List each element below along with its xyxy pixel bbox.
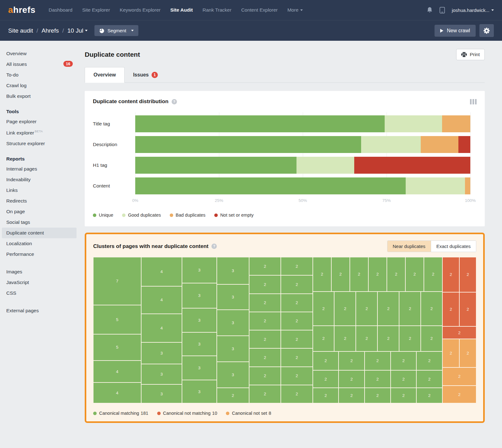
settings-button[interactable] [479, 24, 494, 37]
bar-segment-unique[interactable] [135, 177, 406, 194]
breadcrumb-item-ahrefs[interactable]: Ahrefs [42, 27, 59, 34]
treemap-cell-not_set[interactable]: 2 [442, 367, 476, 386]
bar-segment-not-set-or-empty[interactable] [458, 136, 470, 153]
treemap-cell-matching[interactable]: 3 [217, 362, 249, 388]
treemap-cell-not_set[interactable]: 2 [459, 339, 476, 367]
sidebar-item-performance[interactable]: Performance [2, 249, 77, 260]
treemap-cell-matching[interactable]: 2 [281, 294, 312, 312]
treemap-cell-not_matching[interactable]: 2 [459, 257, 476, 292]
nav-item-content-explorer[interactable]: Content Explorer [241, 7, 278, 13]
treemap-cell-matching[interactable]: 2 [339, 351, 365, 371]
treemap-cell-matching[interactable]: 2 [313, 292, 334, 326]
treemap-cell-matching[interactable]: 2 [368, 257, 387, 292]
sidebar-item-crawl-log[interactable]: Crawl log [2, 80, 77, 91]
breadcrumb-item-site-audit[interactable]: Site audit [8, 27, 33, 34]
treemap-cell-matching[interactable]: 2 [334, 292, 356, 326]
treemap-cell-matching[interactable]: 2 [405, 257, 424, 292]
treemap-cell-matching[interactable]: 2 [416, 351, 442, 371]
segment-button[interactable]: Segment [94, 25, 138, 36]
bar-segment-bad-duplicates[interactable] [465, 177, 470, 194]
treemap-cell-matching[interactable]: 2 [281, 275, 312, 293]
treemap-cell-matching[interactable]: 2 [281, 330, 312, 348]
treemap-cell-matching[interactable]: 2 [249, 348, 281, 366]
print-button[interactable]: Print [456, 49, 485, 60]
treemap-cell-matching[interactable]: 2 [377, 326, 399, 351]
treemap-cell-matching[interactable]: 2 [339, 370, 365, 388]
sidebar-item-on-page[interactable]: On page [2, 206, 77, 217]
treemap-cell-matching[interactable]: 3 [182, 380, 217, 403]
bar-segment-bad-duplicates[interactable] [442, 115, 470, 132]
sidebar-item-link-explorer[interactable]: Link explorerBETA [2, 127, 77, 138]
treemap-cell-matching[interactable]: 2 [387, 257, 405, 292]
help-icon[interactable]: ? [211, 244, 217, 249]
treemap-cell-matching[interactable]: 4 [141, 257, 182, 286]
treemap-cell-matching[interactable]: 2 [331, 257, 350, 292]
treemap-cell-matching[interactable]: 2 [217, 388, 249, 403]
treemap-cell-matching[interactable]: 2 [313, 326, 334, 351]
nav-item-site-explorer[interactable]: Site Explorer [82, 7, 110, 13]
sidebar-item-localization[interactable]: Localization [2, 238, 77, 249]
treemap-cell-matching[interactable]: 3 [182, 308, 217, 332]
ahrefs-logo[interactable]: ahrefs [8, 5, 35, 15]
treemap-cell-matching[interactable]: 5 [93, 305, 141, 334]
breadcrumb-item-10-jul[interactable]: 10 Jul [67, 27, 88, 34]
bar-segment-good-duplicates[interactable] [296, 157, 355, 174]
treemap-cell-matching[interactable]: 2 [249, 367, 281, 385]
treemap-cell-matching[interactable]: 3 [217, 336, 249, 362]
bar-segment-good-duplicates[interactable] [385, 115, 442, 132]
bar-segment-not-set-or-empty[interactable] [354, 157, 470, 174]
sidebar-item-structure-explorer[interactable]: Structure explorer [2, 138, 77, 149]
treemap-cell-matching[interactable]: 2 [416, 370, 442, 388]
treemap-cell-matching[interactable]: 2 [350, 257, 368, 292]
treemap-cell-matching[interactable]: 2 [399, 326, 421, 351]
bar-segment-unique[interactable] [135, 136, 361, 153]
treemap-cell-matching[interactable]: 2 [281, 385, 312, 403]
treemap-cell-matching[interactable]: 2 [356, 292, 377, 326]
nav-item-keywords-explorer[interactable]: Keywords Explorer [120, 7, 161, 13]
treemap-cell-matching[interactable]: 4 [141, 286, 182, 314]
treemap-cell-matching[interactable]: 2 [391, 351, 417, 371]
columns-view-icon[interactable] [470, 99, 477, 104]
treemap-cell-matching[interactable]: 2 [249, 294, 281, 312]
sidebar-item-social-tags[interactable]: Social tags [2, 217, 77, 228]
bar-segment-good-duplicates[interactable] [361, 136, 421, 153]
bar-segment-unique[interactable] [135, 115, 385, 132]
treemap-cell-matching[interactable]: 2 [249, 312, 281, 330]
treemap-cell-matching[interactable]: 2 [365, 370, 391, 388]
treemap-cell-matching[interactable]: 3 [141, 364, 182, 385]
device-icon[interactable] [440, 7, 445, 13]
sidebar-item-bulk-export[interactable]: Bulk export [2, 91, 77, 102]
treemap-cell-matching[interactable]: 2 [391, 370, 417, 388]
treemap-cell-matching[interactable]: 3 [141, 342, 182, 364]
treemap-cell-matching[interactable]: 3 [182, 332, 217, 356]
treemap-cell-matching[interactable]: 2 [281, 257, 312, 275]
sidebar-item-all-issues[interactable]: All issues16 [2, 59, 77, 70]
help-icon[interactable]: ? [172, 99, 177, 104]
nav-item-more[interactable]: More [287, 7, 303, 13]
sidebar-item-duplicate-content[interactable]: Duplicate content [2, 228, 77, 238]
sidebar-item-images[interactable]: Images [2, 266, 77, 277]
treemap-cell-matching[interactable]: 2 [421, 326, 442, 351]
treemap-cell-matching[interactable]: 3 [217, 257, 249, 284]
treemap-cell-matching[interactable]: 2 [313, 257, 331, 292]
treemap-cell-not_set[interactable]: 2 [442, 386, 476, 403]
treemap-cell-matching[interactable]: 2 [399, 292, 421, 326]
treemap-cell-matching[interactable]: 2 [313, 351, 339, 371]
treemap-cell-not_matching[interactable]: 2 [459, 292, 476, 327]
toggle-near-duplicates[interactable]: Near duplicates [387, 241, 431, 252]
sidebar-item-css[interactable]: CSS [2, 288, 77, 298]
treemap-cell-matching[interactable]: 5 [93, 334, 141, 361]
bar-segment-unique[interactable] [135, 157, 296, 174]
treemap-cell-matching[interactable]: 2 [313, 388, 339, 403]
treemap-cell-matching[interactable]: 4 [141, 314, 182, 342]
bell-icon[interactable] [427, 7, 433, 13]
tab-issues[interactable]: Issues1 [125, 67, 166, 83]
new-crawl-button[interactable]: New crawl [435, 25, 476, 37]
treemap-cell-matching[interactable]: 3 [217, 310, 249, 336]
treemap-cell-not_set[interactable]: 2 [442, 339, 459, 367]
treemap-cell-matching[interactable]: 3 [182, 257, 217, 283]
bar-segment-good-duplicates[interactable] [406, 177, 465, 194]
sidebar-item-page-explorer[interactable]: Page explorer [2, 116, 77, 127]
treemap-cell-matching[interactable]: 2 [249, 257, 281, 275]
user-menu[interactable]: joshua.hardwick... [452, 8, 494, 13]
